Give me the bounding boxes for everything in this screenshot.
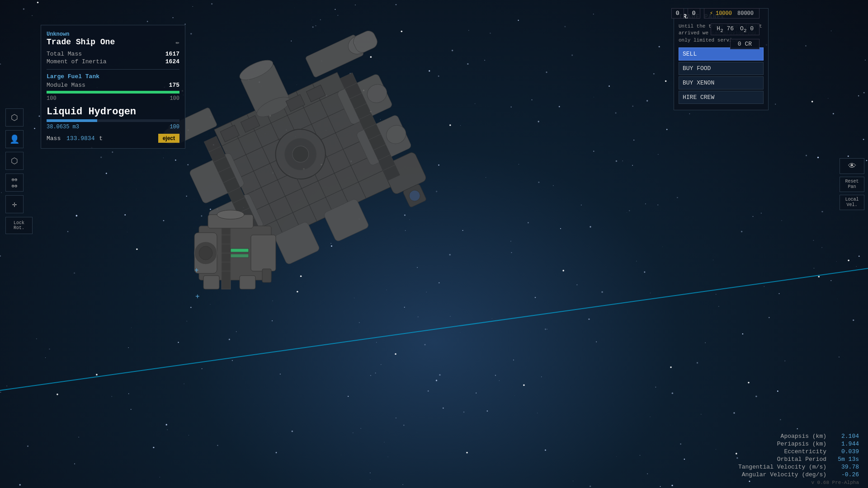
module-name: Large Fuel Tank bbox=[47, 73, 179, 80]
mass-unit: t bbox=[99, 135, 103, 142]
energy-max: 80000 bbox=[737, 10, 754, 17]
fuel-name: Liquid Hydrogen bbox=[47, 106, 179, 117]
total-mass-value: 1617 bbox=[165, 51, 179, 57]
module-mass-label: Module Mass bbox=[47, 82, 85, 89]
periapsis-label: Periapsis (km) bbox=[777, 441, 826, 447]
module-progress-fill bbox=[47, 91, 179, 94]
zoom-icon: ⊕⊕ bbox=[11, 177, 17, 183]
reset-pan-label: Reset bbox=[845, 179, 859, 184]
periapsis-value: 1.944 bbox=[832, 441, 859, 447]
orbital-period-value: 5m 13s bbox=[832, 456, 859, 463]
toolbar-person-btn[interactable]: 👤 bbox=[5, 130, 24, 148]
counter-right: 0 bbox=[688, 8, 700, 19]
progress-max: 100 bbox=[170, 95, 179, 102]
fuel-max: 100 bbox=[170, 124, 179, 130]
tangential-vel-label: Tangential Velocity (m/s) bbox=[738, 464, 826, 470]
toolbar-zoom-btn[interactable]: ⊕⊕ ⊕⊕ bbox=[5, 174, 24, 192]
o2-resource: O2 0 bbox=[740, 25, 754, 33]
fuel-progress-fill bbox=[47, 119, 97, 122]
total-mass-row: Total Mass 1617 bbox=[47, 50, 179, 58]
eccentricity-value: 0.039 bbox=[832, 448, 859, 455]
orbital-period-row: Orbital Period 5m 13s bbox=[738, 456, 859, 463]
eye-icon: 👁 bbox=[848, 161, 856, 171]
apoapsis-row: Apoapsis (km) 2.104 bbox=[738, 433, 859, 440]
eccentricity-row: Eccentricity 0.039 bbox=[738, 448, 859, 455]
toolbar-lock-rot-btn[interactable]: Lock Rot. bbox=[5, 217, 33, 234]
reset-pan-btn[interactable]: Reset Pan bbox=[840, 177, 864, 192]
eccentricity-label: Eccentricity bbox=[784, 448, 826, 455]
apoapsis-label: Apoapsis (km) bbox=[781, 433, 826, 440]
toolbar-node-btn[interactable]: ⬡ bbox=[5, 152, 24, 170]
ship-name-row: Trade Ship One ✏ bbox=[47, 38, 179, 47]
svg-point-62 bbox=[199, 246, 212, 260]
crosshair-marker-2: + bbox=[195, 293, 200, 301]
unknown-label: Unknown bbox=[47, 31, 69, 38]
fuel-progress-bar bbox=[47, 119, 179, 122]
periapsis-row: Periapsis (km) 1.944 bbox=[738, 441, 859, 447]
angular-vel-value: -0.26 bbox=[832, 471, 859, 478]
person-icon: 👤 bbox=[9, 134, 19, 144]
svg-rect-73 bbox=[231, 254, 249, 258]
lightning-icon: ⚡ bbox=[710, 10, 713, 17]
ship-info-panel: Unknown Trade Ship One ✏ Total Mass 1617… bbox=[41, 25, 185, 149]
edit-icon[interactable]: ✏ bbox=[176, 38, 179, 46]
module-mass-value: 175 bbox=[169, 82, 179, 89]
svg-rect-70 bbox=[251, 235, 276, 271]
node-icon: ⬡ bbox=[11, 156, 18, 166]
mass-value: 133.9834 bbox=[66, 135, 94, 142]
svg-rect-71 bbox=[262, 269, 271, 282]
trade-btn-buy-food[interactable]: BUY FOOD bbox=[679, 62, 764, 75]
h2-resource: H2 76 bbox=[717, 25, 734, 33]
svg-rect-76 bbox=[203, 276, 219, 289]
crosshair-icon: ✛ bbox=[12, 199, 17, 209]
local-vel-btn[interactable]: Local Vel. bbox=[840, 195, 864, 210]
ship-name: Trade Ship One bbox=[47, 38, 115, 47]
progress-current: 100 bbox=[47, 95, 57, 102]
svg-rect-77 bbox=[240, 276, 255, 289]
right-controls: 👁 Reset Pan Local Vel. bbox=[840, 158, 864, 210]
small-ship-svg bbox=[172, 190, 298, 316]
orbital-period-label: Orbital Period bbox=[777, 456, 826, 463]
hud-credits: 0 CR bbox=[730, 39, 760, 49]
moment-of-inertia-row: Moment of Inertia 1624 bbox=[47, 58, 179, 66]
orbital-data-panel: Apoapsis (km) 2.104 Periapsis (km) 1.944… bbox=[738, 433, 859, 479]
tangential-vel-value: 39.78 bbox=[832, 464, 859, 470]
trade-btn-hire-crew[interactable]: HIRE CREW bbox=[679, 91, 764, 104]
divider-1 bbox=[47, 69, 179, 70]
mass-row: Mass 133.9834 t eject bbox=[47, 134, 179, 143]
small-ship bbox=[172, 190, 298, 316]
left-toolbar: ⬡ 👤 ⬡ ⊕⊕ ⊕⊕ ✛ Lock Rot. bbox=[5, 108, 33, 234]
toolbar-crosshair-btn[interactable]: ✛ bbox=[5, 195, 24, 213]
energy-current: 10000 bbox=[716, 10, 732, 17]
trade-btn-sell[interactable]: SELL bbox=[679, 47, 764, 61]
svg-point-75 bbox=[217, 210, 244, 219]
angular-vel-label: Angular Velocity (deg/s) bbox=[742, 471, 826, 478]
angular-vel-row: Angular Velocity (deg/s) -0.26 bbox=[738, 471, 859, 478]
apoapsis-value: 2.104 bbox=[832, 433, 859, 440]
eye-btn[interactable]: 👁 bbox=[840, 158, 864, 174]
lock-rot-label: Lock Rot. bbox=[14, 221, 24, 230]
module-progress-bar bbox=[47, 91, 179, 94]
local-vel-label-2: Vel. bbox=[846, 202, 857, 208]
fuel-amount: 38.0635 m3 bbox=[47, 124, 79, 130]
mass-label: Mass 133.9834 t bbox=[47, 135, 103, 142]
total-mass-label: Total Mass bbox=[47, 51, 82, 57]
hud-top-right: 0 0 ⚡ 10000 80000 bbox=[671, 8, 760, 19]
local-vel-label: Local bbox=[845, 197, 859, 202]
energy-bar: ⚡ 10000 80000 bbox=[704, 8, 760, 19]
eject-button[interactable]: eject bbox=[158, 134, 179, 143]
moment-of-inertia-label: Moment of Inertia bbox=[47, 58, 107, 65]
zoom-icon-2: ⊕⊕ bbox=[11, 183, 17, 189]
counter-left: 0 bbox=[671, 8, 684, 19]
tangential-vel-row: Tangential Velocity (m/s) 39.78 bbox=[738, 464, 859, 470]
toolbar-hexagon-btn[interactable]: ⬡ bbox=[5, 108, 24, 127]
hexagon-icon: ⬡ bbox=[11, 113, 18, 122]
version-label: v 0.68 Pre-Alpha bbox=[811, 480, 859, 485]
progress-labels: 100 100 bbox=[47, 95, 179, 102]
fuel-labels: 38.0635 m3 100 bbox=[47, 124, 179, 130]
module-mass-row: Module Mass 175 bbox=[47, 81, 179, 89]
trade-btn-buy-xenon[interactable]: BUY XENON bbox=[679, 76, 764, 89]
moment-of-inertia-value: 1624 bbox=[165, 58, 179, 65]
hud-resources: H2 76 O2 0 bbox=[711, 23, 760, 35]
crosshair-marker-1: + bbox=[194, 267, 199, 275]
